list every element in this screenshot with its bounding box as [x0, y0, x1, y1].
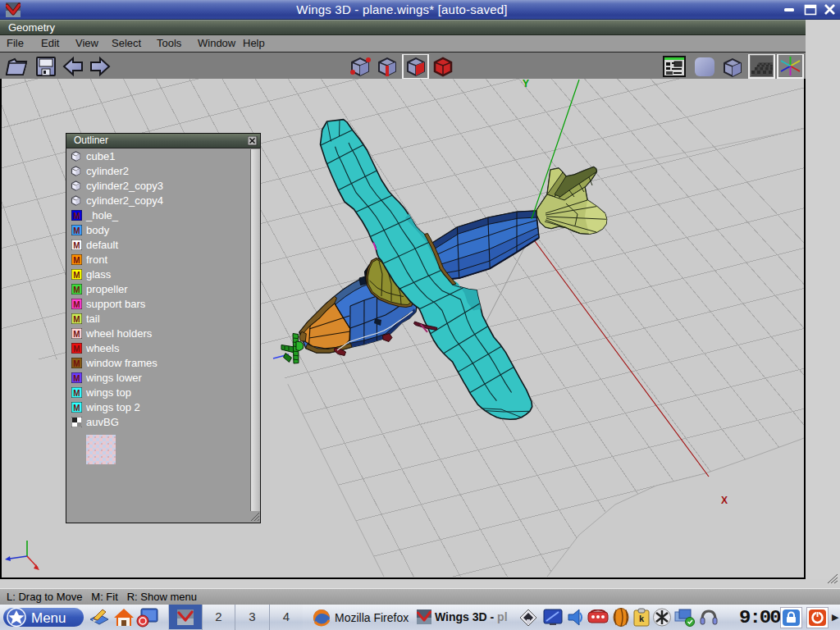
svg-text:M: M — [73, 271, 80, 280]
svg-text:M: M — [73, 330, 80, 339]
svg-text:Y: Y — [523, 79, 529, 89]
svg-text:M: M — [73, 226, 80, 235]
svg-text:M: M — [73, 374, 80, 383]
svg-text:M: M — [73, 241, 80, 250]
svg-text:M: M — [73, 315, 80, 324]
svg-text:M: M — [73, 256, 80, 265]
svg-text:M: M — [73, 359, 80, 368]
svg-text:X: X — [721, 495, 728, 506]
svg-text:M: M — [73, 404, 80, 413]
svg-text:M: M — [73, 345, 80, 354]
svg-text:M: M — [73, 212, 80, 221]
svg-text:k: k — [639, 614, 645, 623]
svg-text:M: M — [73, 389, 80, 398]
svg-text:M: M — [73, 285, 80, 294]
svg-text:Menu: Menu — [31, 610, 66, 626]
svg-text:M: M — [73, 300, 80, 309]
